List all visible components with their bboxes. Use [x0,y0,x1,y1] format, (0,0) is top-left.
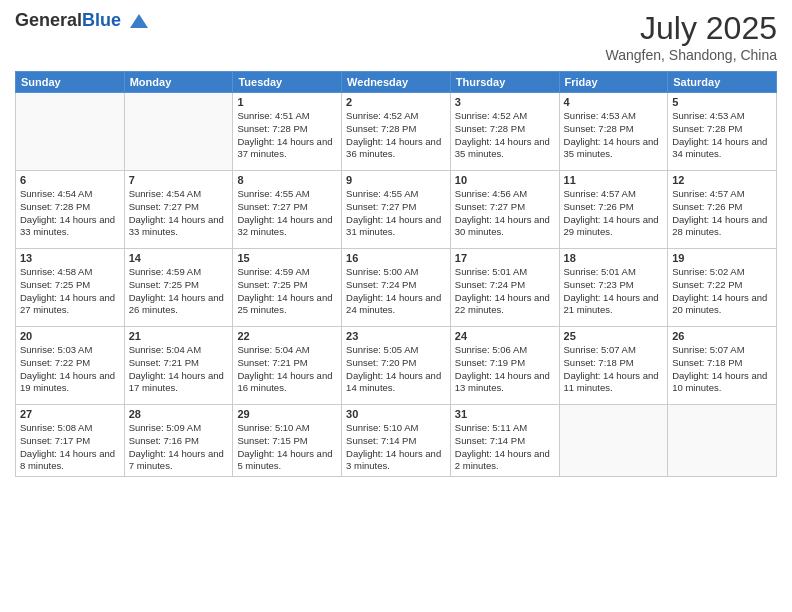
day-info: Sunrise: 5:01 AM Sunset: 7:23 PM Dayligh… [564,266,664,317]
day-number: 8 [237,174,337,186]
calendar-day-header: Monday [124,72,233,93]
day-info: Sunrise: 4:52 AM Sunset: 7:28 PM Dayligh… [346,110,446,161]
day-number: 22 [237,330,337,342]
calendar-week-row: 13Sunrise: 4:58 AM Sunset: 7:25 PM Dayli… [16,249,777,327]
calendar-cell: 13Sunrise: 4:58 AM Sunset: 7:25 PM Dayli… [16,249,125,327]
day-number: 24 [455,330,555,342]
calendar-cell: 22Sunrise: 5:04 AM Sunset: 7:21 PM Dayli… [233,327,342,405]
calendar-cell: 19Sunrise: 5:02 AM Sunset: 7:22 PM Dayli… [668,249,777,327]
day-info: Sunrise: 5:05 AM Sunset: 7:20 PM Dayligh… [346,344,446,395]
day-info: Sunrise: 4:55 AM Sunset: 7:27 PM Dayligh… [346,188,446,239]
calendar-cell: 24Sunrise: 5:06 AM Sunset: 7:19 PM Dayli… [450,327,559,405]
day-info: Sunrise: 5:10 AM Sunset: 7:14 PM Dayligh… [346,422,446,473]
day-info: Sunrise: 5:09 AM Sunset: 7:16 PM Dayligh… [129,422,229,473]
calendar-cell: 26Sunrise: 5:07 AM Sunset: 7:18 PM Dayli… [668,327,777,405]
day-number: 2 [346,96,446,108]
day-info: Sunrise: 5:02 AM Sunset: 7:22 PM Dayligh… [672,266,772,317]
calendar-cell: 7Sunrise: 4:54 AM Sunset: 7:27 PM Daylig… [124,171,233,249]
day-info: Sunrise: 5:07 AM Sunset: 7:18 PM Dayligh… [672,344,772,395]
day-info: Sunrise: 4:59 AM Sunset: 7:25 PM Dayligh… [129,266,229,317]
day-info: Sunrise: 5:06 AM Sunset: 7:19 PM Dayligh… [455,344,555,395]
calendar-cell: 4Sunrise: 4:53 AM Sunset: 7:28 PM Daylig… [559,93,668,171]
subtitle: Wangfen, Shandong, China [606,47,778,63]
calendar-table: SundayMondayTuesdayWednesdayThursdayFrid… [15,71,777,477]
day-info: Sunrise: 4:55 AM Sunset: 7:27 PM Dayligh… [237,188,337,239]
day-info: Sunrise: 4:53 AM Sunset: 7:28 PM Dayligh… [672,110,772,161]
day-number: 17 [455,252,555,264]
calendar-cell: 2Sunrise: 4:52 AM Sunset: 7:28 PM Daylig… [342,93,451,171]
calendar-cell [668,405,777,477]
day-number: 31 [455,408,555,420]
calendar-week-row: 1Sunrise: 4:51 AM Sunset: 7:28 PM Daylig… [16,93,777,171]
day-number: 9 [346,174,446,186]
day-info: Sunrise: 5:11 AM Sunset: 7:14 PM Dayligh… [455,422,555,473]
day-info: Sunrise: 4:59 AM Sunset: 7:25 PM Dayligh… [237,266,337,317]
calendar-cell: 30Sunrise: 5:10 AM Sunset: 7:14 PM Dayli… [342,405,451,477]
day-info: Sunrise: 4:54 AM Sunset: 7:27 PM Dayligh… [129,188,229,239]
day-number: 3 [455,96,555,108]
calendar-cell: 18Sunrise: 5:01 AM Sunset: 7:23 PM Dayli… [559,249,668,327]
day-number: 18 [564,252,664,264]
day-info: Sunrise: 5:08 AM Sunset: 7:17 PM Dayligh… [20,422,120,473]
calendar-day-header: Tuesday [233,72,342,93]
day-info: Sunrise: 4:57 AM Sunset: 7:26 PM Dayligh… [564,188,664,239]
day-number: 21 [129,330,229,342]
calendar-week-row: 6Sunrise: 4:54 AM Sunset: 7:28 PM Daylig… [16,171,777,249]
calendar-cell: 21Sunrise: 5:04 AM Sunset: 7:21 PM Dayli… [124,327,233,405]
day-info: Sunrise: 5:04 AM Sunset: 7:21 PM Dayligh… [129,344,229,395]
calendar-cell: 11Sunrise: 4:57 AM Sunset: 7:26 PM Dayli… [559,171,668,249]
day-info: Sunrise: 4:51 AM Sunset: 7:28 PM Dayligh… [237,110,337,161]
calendar-day-header: Saturday [668,72,777,93]
logo-blue: Blue [82,10,121,30]
calendar-week-row: 27Sunrise: 5:08 AM Sunset: 7:17 PM Dayli… [16,405,777,477]
day-number: 4 [564,96,664,108]
calendar-cell: 14Sunrise: 4:59 AM Sunset: 7:25 PM Dayli… [124,249,233,327]
logo: GeneralBlue [15,10,150,32]
page: GeneralBlue July 2025 Wangfen, Shandong,… [0,0,792,612]
title-section: July 2025 Wangfen, Shandong, China [606,10,778,63]
header: GeneralBlue July 2025 Wangfen, Shandong,… [15,10,777,63]
calendar-cell: 8Sunrise: 4:55 AM Sunset: 7:27 PM Daylig… [233,171,342,249]
day-number: 25 [564,330,664,342]
day-info: Sunrise: 5:01 AM Sunset: 7:24 PM Dayligh… [455,266,555,317]
svg-marker-0 [130,14,148,28]
day-number: 6 [20,174,120,186]
calendar-cell: 9Sunrise: 4:55 AM Sunset: 7:27 PM Daylig… [342,171,451,249]
calendar-day-header: Friday [559,72,668,93]
day-number: 20 [20,330,120,342]
day-info: Sunrise: 4:56 AM Sunset: 7:27 PM Dayligh… [455,188,555,239]
day-number: 27 [20,408,120,420]
day-number: 5 [672,96,772,108]
day-number: 28 [129,408,229,420]
calendar-cell: 27Sunrise: 5:08 AM Sunset: 7:17 PM Dayli… [16,405,125,477]
calendar-header-row: SundayMondayTuesdayWednesdayThursdayFrid… [16,72,777,93]
day-info: Sunrise: 5:10 AM Sunset: 7:15 PM Dayligh… [237,422,337,473]
day-number: 14 [129,252,229,264]
day-number: 13 [20,252,120,264]
day-info: Sunrise: 4:54 AM Sunset: 7:28 PM Dayligh… [20,188,120,239]
calendar-cell: 25Sunrise: 5:07 AM Sunset: 7:18 PM Dayli… [559,327,668,405]
calendar-day-header: Sunday [16,72,125,93]
day-number: 1 [237,96,337,108]
calendar-cell: 3Sunrise: 4:52 AM Sunset: 7:28 PM Daylig… [450,93,559,171]
day-number: 16 [346,252,446,264]
calendar-cell [16,93,125,171]
day-info: Sunrise: 5:03 AM Sunset: 7:22 PM Dayligh… [20,344,120,395]
day-number: 30 [346,408,446,420]
day-number: 19 [672,252,772,264]
calendar-day-header: Wednesday [342,72,451,93]
day-number: 7 [129,174,229,186]
calendar-cell: 10Sunrise: 4:56 AM Sunset: 7:27 PM Dayli… [450,171,559,249]
day-number: 10 [455,174,555,186]
calendar-cell: 16Sunrise: 5:00 AM Sunset: 7:24 PM Dayli… [342,249,451,327]
day-info: Sunrise: 4:58 AM Sunset: 7:25 PM Dayligh… [20,266,120,317]
logo-icon [128,10,150,32]
day-info: Sunrise: 5:00 AM Sunset: 7:24 PM Dayligh… [346,266,446,317]
calendar-cell: 23Sunrise: 5:05 AM Sunset: 7:20 PM Dayli… [342,327,451,405]
calendar-cell: 29Sunrise: 5:10 AM Sunset: 7:15 PM Dayli… [233,405,342,477]
logo-text: GeneralBlue [15,10,150,32]
calendar-cell: 12Sunrise: 4:57 AM Sunset: 7:26 PM Dayli… [668,171,777,249]
day-number: 15 [237,252,337,264]
calendar-day-header: Thursday [450,72,559,93]
calendar-cell: 31Sunrise: 5:11 AM Sunset: 7:14 PM Dayli… [450,405,559,477]
